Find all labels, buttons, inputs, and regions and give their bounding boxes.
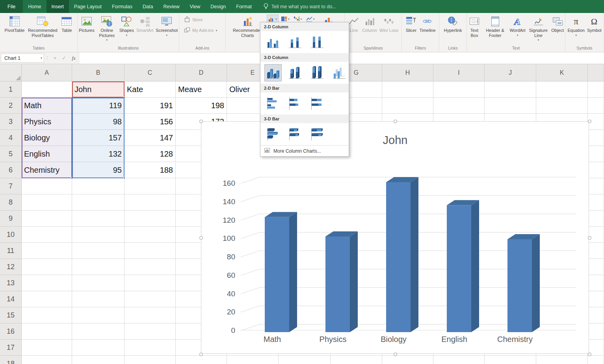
chart-type-clustered-column[interactable] (264, 33, 282, 51)
cell-L16[interactable] (588, 323, 604, 340)
header-footer-button[interactable]: Header & Footer (482, 14, 509, 39)
chart-type-100-stacked-column[interactable] (309, 33, 326, 51)
tab-view[interactable]: View (184, 0, 205, 13)
cell-K1[interactable] (536, 81, 588, 98)
timeline-button[interactable]: Timeline (418, 14, 437, 34)
cell-C18[interactable] (125, 356, 176, 364)
row-header-14[interactable]: 14 (0, 291, 22, 307)
chart[interactable]: 020406080100120140160MathPhysicsBiologyE… (201, 121, 589, 354)
chart-type-3d-100-stacked-column[interactable] (309, 64, 326, 81)
cell-B1[interactable]: John (72, 81, 125, 98)
cell-L2[interactable] (588, 98, 604, 114)
bar-math[interactable] (265, 212, 297, 332)
online-pictures-button[interactable]: Online Pictures▾ (96, 14, 118, 42)
cell-C4[interactable]: 147 (125, 130, 176, 146)
cell-B16[interactable] (72, 323, 125, 340)
cell-C11[interactable] (125, 243, 176, 259)
column-header-K[interactable]: K (536, 64, 588, 81)
cell-L4[interactable] (588, 130, 604, 146)
cell-I2[interactable] (433, 98, 485, 114)
chart-resize-handle-middle-left[interactable] (199, 236, 203, 240)
chart-resize-handle-top-right[interactable] (588, 120, 591, 123)
row-header-13[interactable]: 13 (0, 275, 22, 291)
row-header-15[interactable]: 15 (0, 307, 22, 323)
cell-A2[interactable]: Math (22, 98, 72, 114)
cell-A4[interactable]: Biology (22, 130, 72, 146)
row-header-3[interactable]: 3 (0, 114, 22, 130)
cell-A9[interactable] (22, 211, 72, 227)
cancel-icon[interactable]: × (50, 55, 59, 61)
cell-B17[interactable] (72, 340, 125, 356)
cell-A14[interactable] (22, 291, 72, 307)
cell-B4[interactable]: 157 (72, 130, 125, 146)
more-column-charts-item[interactable]: More Column Charts... (260, 145, 349, 156)
cell-C1[interactable]: Kate (125, 81, 176, 98)
cell-C6[interactable]: 188 (125, 162, 176, 178)
wordart-button[interactable]: AWordArt▾ (508, 14, 526, 38)
tab-page-layout[interactable]: Page Layout (69, 0, 107, 13)
tab-data[interactable]: Data (138, 0, 158, 13)
row-header-5[interactable]: 5 (0, 146, 22, 162)
cell-L9[interactable] (588, 211, 604, 227)
cell-L13[interactable] (588, 275, 604, 291)
tab-formulas[interactable]: Formulas (107, 0, 138, 13)
column-header-B[interactable]: B (72, 64, 125, 81)
cell-L8[interactable] (588, 194, 604, 211)
bar-chemistry[interactable] (507, 234, 540, 332)
cell-C9[interactable] (125, 211, 176, 227)
cell-K2[interactable] (536, 98, 588, 114)
pictures-button[interactable]: Pictures (78, 14, 96, 34)
cell-A15[interactable] (22, 307, 72, 323)
select-all-corner[interactable] (0, 64, 22, 81)
tab-review[interactable]: Review (158, 0, 184, 13)
screenshot-button[interactable]: Screenshot▾ (154, 14, 179, 38)
cell-A16[interactable] (22, 323, 72, 340)
cell-C16[interactable] (125, 323, 176, 340)
cell-L15[interactable] (588, 307, 604, 323)
row-header-4[interactable]: 4 (0, 130, 22, 146)
pivottable-button[interactable]: PivotTable (4, 14, 26, 34)
table-button[interactable]: Table (59, 14, 74, 34)
cell-B11[interactable] (72, 243, 125, 259)
text-box-button[interactable]: Text Box (467, 14, 482, 39)
cell-C3[interactable]: 156 (125, 114, 176, 130)
symbol-button[interactable]: ΩSymbol (586, 14, 603, 34)
cell-A11[interactable] (22, 243, 72, 259)
tab-format[interactable]: Format (231, 0, 257, 13)
column-header-D[interactable]: D (176, 64, 227, 81)
cell-B7[interactable] (72, 178, 125, 194)
slicer-button[interactable]: Slicer (404, 14, 418, 34)
cell-H1[interactable] (382, 81, 433, 98)
cell-B10[interactable] (72, 227, 125, 243)
chart-type-3d-stacked-column[interactable] (286, 64, 304, 81)
row-header-6[interactable]: 6 (0, 162, 22, 178)
column-header-overflow[interactable] (588, 64, 604, 81)
cell-A12[interactable] (22, 259, 72, 275)
cell-A1[interactable] (22, 81, 72, 98)
cell-A5[interactable]: English (22, 146, 72, 162)
cell-F18[interactable] (279, 356, 331, 364)
cell-J1[interactable] (485, 81, 536, 98)
cell-B8[interactable] (72, 194, 125, 211)
object-button[interactable]: Object (550, 14, 565, 34)
cell-L5[interactable] (588, 146, 604, 162)
column-header-J[interactable]: J (485, 64, 536, 81)
cell-C10[interactable] (125, 227, 176, 243)
column-header-C[interactable]: C (125, 64, 176, 81)
cell-L12[interactable] (588, 259, 604, 275)
recommended-pivottables-button[interactable]: Recommended PivotTables (26, 14, 59, 39)
chart-type-3d-column[interactable] (331, 64, 348, 81)
cell-J2[interactable] (485, 98, 536, 114)
chart-type-3d-clustered-column[interactable] (264, 64, 282, 81)
tell-me-box[interactable]: Tell me what you want to do... (263, 0, 336, 13)
signature-line-button[interactable]: Signature Line▾ (527, 14, 550, 42)
row-header-2[interactable]: 2 (0, 98, 22, 114)
cell-J18[interactable] (485, 356, 536, 364)
column-header-A[interactable]: A (22, 64, 72, 81)
cell-H2[interactable] (382, 98, 433, 114)
cell-C17[interactable] (125, 340, 176, 356)
row-header-18[interactable]: 18 (0, 356, 22, 364)
chart-type-3d-clustered-bar[interactable] (264, 126, 282, 143)
row-header-10[interactable]: 10 (0, 227, 22, 243)
cell-H18[interactable] (382, 356, 433, 364)
